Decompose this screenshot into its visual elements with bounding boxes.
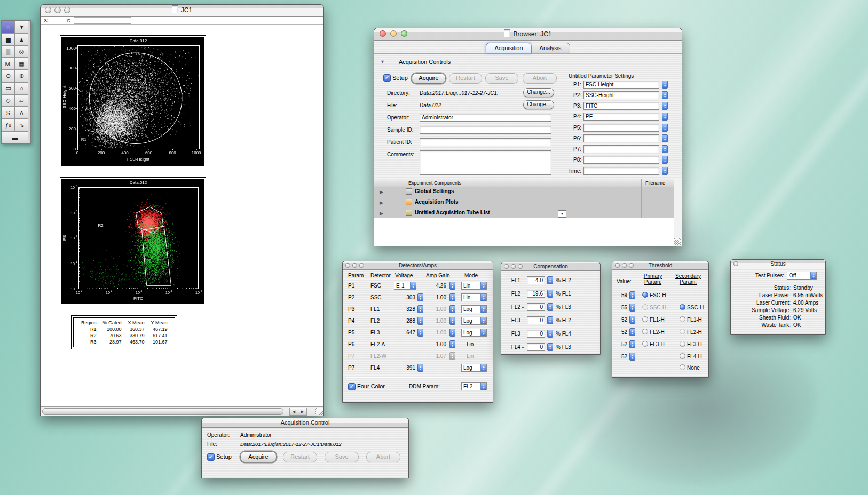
acquire-button[interactable]: Acquire: [412, 73, 446, 84]
abort-button[interactable]: Abort: [523, 73, 557, 84]
sample-id-input[interactable]: [420, 126, 551, 134]
section-disclosure-triangle[interactable]: ▼: [380, 59, 385, 65]
param-p2-input[interactable]: [583, 91, 659, 99]
minimize-button[interactable]: [622, 263, 627, 268]
density-plot-tool[interactable]: ▒: [2, 45, 15, 58]
amp-gain-stepper-p4[interactable]: ▲▼: [449, 317, 455, 325]
comp-value-input-2[interactable]: [527, 303, 545, 311]
threshold-stepper-5[interactable]: ▲▼: [629, 353, 635, 361]
freehand-region-tool[interactable]: ▱: [15, 94, 28, 107]
text-tool[interactable]: A: [15, 107, 28, 119]
patient-id-input[interactable]: [420, 138, 551, 146]
mode-dropdown-p1[interactable]: Lin▲▼: [461, 282, 487, 290]
quadrant-stats-tool[interactable]: ▦: [15, 58, 28, 70]
stats-view-tool[interactable]: S: [2, 107, 15, 119]
mode-dropdown-p4[interactable]: Log▲▼: [461, 317, 487, 325]
minimize-button[interactable]: [352, 263, 357, 268]
comp-value-input-0[interactable]: [527, 276, 545, 284]
region-stats-table[interactable]: Region % Gated X Mean Y Mean R1 100.00 3…: [71, 315, 177, 349]
ddm-param-dropdown[interactable]: FL2▲▼: [461, 382, 487, 390]
voltage-stepper-p4[interactable]: ▲▼: [417, 317, 423, 325]
param-p6-stepper[interactable]: ▲▼: [662, 134, 668, 142]
comp-value-input-5[interactable]: [527, 343, 545, 351]
zoom-button[interactable]: [629, 263, 634, 268]
param-p4-stepper[interactable]: ▲▼: [662, 113, 668, 121]
restart-button[interactable]: Restart: [283, 452, 317, 462]
disclosure-triangle-icon[interactable]: ▶: [380, 200, 383, 205]
status-titlebar[interactable]: Status: [731, 260, 825, 268]
operator-input[interactable]: [420, 114, 551, 122]
formula-tool[interactable]: ƒx: [2, 119, 15, 131]
primary-radio-fl1-h[interactable]: [642, 316, 648, 322]
zoom-button[interactable]: [64, 7, 70, 13]
save-button[interactable]: Save: [485, 73, 518, 84]
zoom-button[interactable]: [401, 30, 407, 37]
change-file-button[interactable]: Change...: [523, 100, 554, 109]
param-p6-input[interactable]: [583, 134, 659, 142]
param-p8-stepper[interactable]: ▲▼: [662, 156, 668, 164]
list-item-tube-list[interactable]: ▶ Untitled Acquisition Tube List ▼: [374, 208, 682, 219]
comp-stepper-0[interactable]: ▲▼: [547, 276, 553, 284]
comp-value-input-1[interactable]: [527, 290, 545, 298]
mode-dropdown-p5[interactable]: Log▲▼: [461, 329, 487, 337]
amp-gain-stepper-p1[interactable]: ▲▼: [449, 282, 455, 290]
list-item-global-settings[interactable]: ▶ Global Settings: [374, 187, 682, 198]
contour-plot-tool[interactable]: ◎: [15, 45, 28, 58]
compensation-titlebar[interactable]: Compensation: [501, 262, 600, 271]
secondary-radio-fl4-h[interactable]: [680, 353, 685, 359]
voltage-stepper-fl4[interactable]: ▲▼: [417, 364, 423, 372]
mode-dropdown-fl4[interactable]: Log▲▼: [461, 364, 487, 372]
param-p1-input[interactable]: [583, 81, 659, 89]
amp-gain-stepper-p2[interactable]: ▲▼: [449, 293, 455, 301]
voltage-dropdown-p1[interactable]: E-1▲▼: [394, 282, 416, 290]
scroll-left-arrow[interactable]: ◀: [289, 408, 298, 416]
detectors-titlebar[interactable]: Detectors/Amps: [343, 261, 493, 270]
param-p5-stepper[interactable]: ▲▼: [662, 124, 668, 132]
arrow-annotation-tool[interactable]: ↘: [15, 119, 28, 131]
minimize-button[interactable]: [54, 7, 61, 13]
zoom-out-tool[interactable]: ⊖: [2, 70, 15, 82]
param-p3-input[interactable]: [583, 102, 659, 110]
secondary-radio-fl3-h[interactable]: [680, 341, 685, 347]
close-button[interactable]: [733, 261, 738, 266]
primary-radio-fl2-h[interactable]: [642, 329, 648, 334]
comp-value-input-3[interactable]: [527, 316, 545, 324]
param-p8-input[interactable]: [583, 156, 659, 164]
amp-gain-stepper-p7w[interactable]: ▲▼: [449, 352, 455, 360]
secondary-radio-none[interactable]: [680, 364, 685, 370]
close-button[interactable]: [504, 264, 509, 269]
abort-button[interactable]: Abort: [366, 452, 400, 462]
comp-stepper-2[interactable]: ▲▼: [547, 303, 553, 311]
acquire-button[interactable]: Acquire: [240, 451, 277, 462]
tab-analysis[interactable]: Analysis: [532, 43, 570, 53]
threshold-stepper-2[interactable]: ▲▼: [629, 316, 635, 324]
fsc-ssc-dot-plot[interactable]: [61, 37, 204, 166]
resize-grip[interactable]: [674, 238, 681, 245]
polygon-region-tool[interactable]: ◇: [2, 94, 15, 107]
primary-radio-fsc-h[interactable]: [642, 292, 648, 298]
setup-checkbox[interactable]: ✓: [383, 74, 391, 82]
secondary-radio-fl1-h[interactable]: [680, 316, 685, 322]
ellipse-region-tool[interactable]: ○: [15, 82, 28, 94]
param-p3-stepper[interactable]: ▲▼: [662, 102, 668, 110]
overlay-plot-tool[interactable]: ▲: [15, 33, 28, 45]
tube-list-popup-icon[interactable]: ▼: [558, 210, 566, 218]
comp-stepper-4[interactable]: ▲▼: [547, 330, 553, 338]
comp-stepper-1[interactable]: ▲▼: [547, 290, 553, 298]
zoom-button[interactable]: [518, 264, 523, 269]
save-button[interactable]: Save: [325, 452, 359, 462]
comp-value-input-4[interactable]: [527, 330, 545, 338]
threshold-stepper-3[interactable]: ▲▼: [629, 328, 635, 336]
param-p5-input[interactable]: [583, 124, 659, 132]
param-p4-input[interactable]: [583, 113, 659, 121]
amp-gain-stepper-p3[interactable]: ▲▼: [449, 305, 455, 313]
minimize-button[interactable]: [390, 30, 397, 37]
rect-region-tool[interactable]: ▭: [2, 82, 15, 94]
components-scrollbar[interactable]: [674, 179, 682, 246]
primary-radio-fl3-h[interactable]: [642, 341, 648, 347]
threshold-titlebar[interactable]: Threshold: [612, 261, 708, 270]
setup-checkbox[interactable]: ✓: [207, 453, 215, 461]
close-button[interactable]: [380, 30, 386, 37]
secondary-radio-ssc-h[interactable]: [680, 304, 685, 310]
secondary-radio-fl2-h[interactable]: [680, 329, 685, 334]
